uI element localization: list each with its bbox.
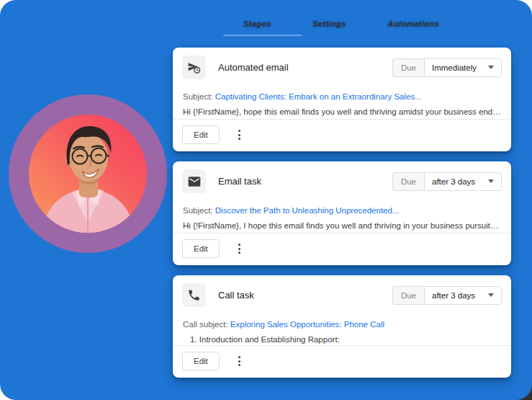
email-body-preview: Hi {!FirstName}, I hope this email finds… bbox=[183, 221, 501, 230]
subject-row: Subject: Discover the Path to Unleashing… bbox=[183, 206, 501, 215]
due-dropdown-value: after 3 days bbox=[432, 291, 475, 300]
card-content: Subject: Captivating Clients: Embark on … bbox=[173, 84, 511, 119]
card-title: Automated email bbox=[218, 62, 289, 73]
edit-button[interactable]: Edit bbox=[182, 239, 220, 258]
due-label: Due bbox=[392, 286, 424, 305]
edit-button[interactable]: Edit bbox=[182, 352, 220, 370]
subject-row: Call subject: Exploring Sales Opportunit… bbox=[183, 320, 501, 329]
edit-button[interactable]: Edit bbox=[182, 125, 220, 144]
avatar bbox=[29, 115, 147, 233]
task-card-call-task: Call task Due after 3 days Call subject:… bbox=[173, 275, 511, 378]
due-control: Due after 3 days bbox=[392, 172, 502, 191]
due-dropdown-value: Immediately bbox=[432, 63, 477, 72]
chevron-down-icon bbox=[488, 66, 494, 69]
card-content: Call subject: Exploring Sales Opportunit… bbox=[173, 311, 511, 345]
tab-bar: Stages Settings Automations bbox=[243, 19, 439, 28]
schedule-send-icon bbox=[182, 55, 206, 79]
card-footer: Edit bbox=[173, 346, 511, 378]
card-header: Automated email Due Immediately bbox=[173, 48, 511, 84]
tab-stages[interactable]: Stages bbox=[243, 19, 271, 28]
card-footer: Edit bbox=[173, 120, 511, 151]
due-dropdown[interactable]: after 3 days bbox=[424, 286, 502, 305]
due-dropdown[interactable]: after 3 days bbox=[424, 172, 502, 191]
more-options-icon[interactable] bbox=[234, 127, 245, 143]
subject-row: Subject: Captivating Clients: Embark on … bbox=[183, 92, 501, 101]
subject-label: Subject: bbox=[183, 206, 213, 215]
email-body-preview: Hi {!FirstName}, hope this email finds y… bbox=[183, 107, 501, 116]
due-control: Due Immediately bbox=[392, 58, 502, 77]
subject-label: Call subject: bbox=[183, 320, 228, 329]
tab-automations[interactable]: Automations bbox=[387, 19, 439, 28]
subject-link[interactable]: Captivating Clients: Embark on an Extrao… bbox=[215, 92, 422, 101]
more-options-icon[interactable] bbox=[234, 241, 245, 257]
phone-icon bbox=[182, 283, 206, 307]
active-tab-indicator bbox=[223, 35, 302, 36]
task-card-automated-email: Automated email Due Immediately Subject:… bbox=[173, 48, 511, 151]
tab-settings[interactable]: Settings bbox=[312, 19, 346, 28]
due-dropdown[interactable]: Immediately bbox=[424, 58, 502, 77]
chevron-down-icon bbox=[488, 179, 494, 183]
portrait-illustration bbox=[29, 115, 147, 233]
card-title: Call task bbox=[218, 290, 254, 301]
avatar-ring bbox=[9, 94, 167, 253]
stage: Stages Settings Automations bbox=[0, 0, 532, 400]
card-title: Email task bbox=[218, 176, 261, 187]
call-script-item: 1. Introduction and Establishing Rapport… bbox=[183, 335, 501, 344]
card-content: Subject: Discover the Path to Unleashing… bbox=[173, 197, 511, 233]
due-label: Due bbox=[392, 172, 424, 191]
card-header: Call task Due after 3 days bbox=[173, 275, 511, 311]
due-control: Due after 3 days bbox=[392, 286, 502, 305]
subject-label: Subject: bbox=[183, 92, 213, 101]
subject-link[interactable]: Exploring Sales Opportunities: Phone Cal… bbox=[230, 320, 384, 329]
due-label: Due bbox=[392, 58, 424, 77]
chevron-down-icon bbox=[488, 293, 494, 297]
more-options-icon[interactable] bbox=[234, 353, 245, 369]
card-header: Email task Due after 3 days bbox=[173, 161, 511, 197]
subject-link[interactable]: Discover the Path to Unleashing Unpreced… bbox=[215, 206, 400, 215]
task-card-email-task: Email task Due after 3 days Subject: Dis… bbox=[173, 161, 511, 265]
card-footer: Edit bbox=[173, 234, 511, 265]
email-icon bbox=[182, 169, 206, 193]
due-dropdown-value: after 3 days bbox=[432, 177, 475, 186]
